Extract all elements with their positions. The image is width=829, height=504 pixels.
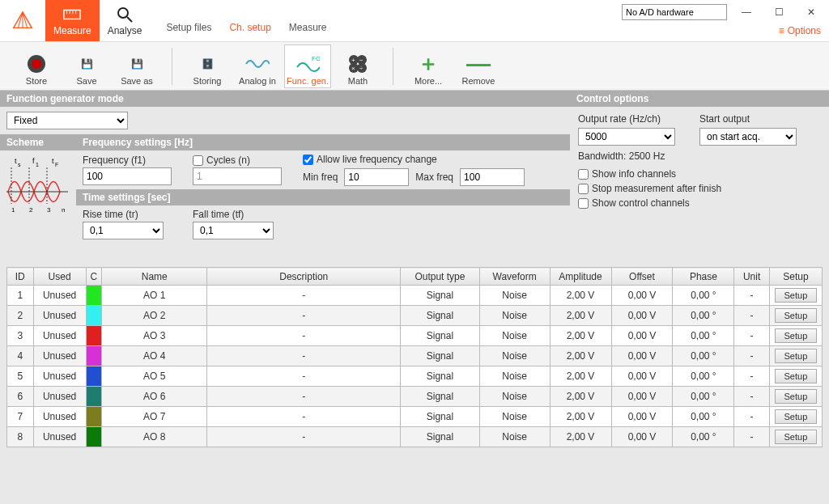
- cell-color[interactable]: [86, 387, 102, 407]
- cell-out[interactable]: Signal: [401, 306, 480, 326]
- cell-wave[interactable]: Noise: [479, 286, 550, 306]
- store-button[interactable]: Store: [13, 44, 60, 88]
- table-row[interactable]: 4UnusedAO 4-SignalNoise2,00 V0,00 V0,00 …: [7, 346, 823, 366]
- cell-desc[interactable]: -: [207, 407, 401, 427]
- setup-button[interactable]: Setup: [775, 328, 817, 343]
- cell-amp[interactable]: 2,00 V: [550, 407, 611, 427]
- cell-ph[interactable]: 0,00 °: [673, 326, 734, 346]
- cell-color[interactable]: [86, 346, 102, 366]
- table-row[interactable]: 7UnusedAO 7-SignalNoise2,00 V0,00 V0,00 …: [7, 407, 823, 427]
- cell-desc[interactable]: -: [207, 286, 401, 306]
- cell-amp[interactable]: 2,00 V: [550, 387, 611, 407]
- cell-used[interactable]: Unused: [33, 387, 86, 407]
- th-c[interactable]: C: [86, 268, 102, 286]
- cell-desc[interactable]: -: [207, 306, 401, 326]
- remove-button[interactable]: —Remove: [455, 44, 502, 88]
- cell-name[interactable]: AO 1: [102, 286, 207, 306]
- cell-unit[interactable]: -: [734, 306, 769, 326]
- th-unit[interactable]: Unit: [734, 268, 769, 286]
- cell-used[interactable]: Unused: [33, 306, 86, 326]
- table-row[interactable]: 2UnusedAO 2-SignalNoise2,00 V0,00 V0,00 …: [7, 306, 823, 326]
- setup-button[interactable]: Setup: [775, 409, 817, 424]
- cell-ph[interactable]: 0,00 °: [673, 306, 734, 326]
- cell-unit[interactable]: -: [734, 427, 769, 447]
- rate-select[interactable]: 5000: [578, 128, 675, 146]
- save-button[interactable]: 💾Save: [63, 44, 110, 88]
- cell-off[interactable]: 0,00 V: [611, 326, 673, 346]
- th-off[interactable]: Offset: [611, 268, 673, 286]
- setup-button[interactable]: Setup: [775, 389, 817, 404]
- setup-button[interactable]: Setup: [775, 308, 817, 323]
- setup-button[interactable]: Setup: [775, 288, 817, 303]
- saveas-button[interactable]: 💾Save as: [113, 44, 160, 88]
- cell-unit[interactable]: -: [734, 346, 769, 366]
- cell-off[interactable]: 0,00 V: [611, 407, 673, 427]
- cell-out[interactable]: Signal: [401, 427, 480, 447]
- cell-off[interactable]: 0,00 V: [611, 427, 673, 447]
- setup-button[interactable]: Setup: [775, 369, 817, 383]
- funcgen-button[interactable]: FGFunc. gen.: [284, 44, 331, 88]
- cell-out[interactable]: Signal: [401, 387, 480, 407]
- rise-select[interactable]: 0,1: [83, 222, 164, 239]
- cell-amp[interactable]: 2,00 V: [550, 427, 611, 447]
- tab-measure[interactable]: Measure: [287, 19, 329, 36]
- ribbon-measure[interactable]: Measure: [45, 0, 100, 41]
- cell-name[interactable]: AO 2: [102, 306, 207, 326]
- cell-desc[interactable]: -: [207, 366, 401, 387]
- show-ctrl-check[interactable]: Show control channels: [578, 197, 821, 209]
- cell-unit[interactable]: -: [734, 407, 769, 427]
- show-info-check[interactable]: Show info channels: [578, 168, 821, 180]
- cell-name[interactable]: AO 7: [102, 407, 207, 427]
- table-row[interactable]: 3UnusedAO 3-SignalNoise2,00 V0,00 V0,00 …: [7, 326, 823, 346]
- table-row[interactable]: 1UnusedAO 1-SignalNoise2,00 V0,00 V0,00 …: [7, 286, 823, 306]
- min-input[interactable]: [344, 168, 409, 186]
- setup-button[interactable]: Setup: [775, 430, 817, 444]
- cell-color[interactable]: [86, 306, 102, 326]
- cell-ph[interactable]: 0,00 °: [673, 286, 734, 306]
- cell-name[interactable]: AO 5: [102, 366, 207, 387]
- storing-button[interactable]: 🗄️Storing: [184, 44, 231, 88]
- fall-select[interactable]: 0,1: [193, 222, 274, 239]
- cell-used[interactable]: Unused: [33, 427, 86, 447]
- th-wave[interactable]: Waveform: [479, 268, 550, 286]
- cell-amp[interactable]: 2,00 V: [550, 366, 611, 387]
- cell-wave[interactable]: Noise: [479, 407, 550, 427]
- th-used[interactable]: Used: [33, 268, 86, 286]
- cell-used[interactable]: Unused: [33, 346, 86, 366]
- cell-off[interactable]: 0,00 V: [611, 346, 673, 366]
- cell-color[interactable]: [86, 427, 102, 447]
- cell-off[interactable]: 0,00 V: [611, 366, 673, 387]
- stop-after-check[interactable]: Stop measurement after finish: [578, 183, 821, 194]
- tab-setup-files[interactable]: Setup files: [164, 19, 213, 36]
- cell-desc[interactable]: -: [207, 346, 401, 366]
- cell-out[interactable]: Signal: [401, 346, 480, 366]
- setup-button[interactable]: Setup: [775, 349, 817, 363]
- options-link[interactable]: ≡ Options: [779, 25, 821, 36]
- max-input[interactable]: [460, 168, 525, 186]
- cell-ph[interactable]: 0,00 °: [673, 346, 734, 366]
- th-ph[interactable]: Phase: [673, 268, 734, 286]
- cell-desc[interactable]: -: [207, 427, 401, 447]
- th-setup[interactable]: Setup: [769, 268, 822, 286]
- start-select[interactable]: on start acq.: [699, 128, 797, 146]
- cell-ph[interactable]: 0,00 °: [673, 407, 734, 427]
- table-row[interactable]: 6UnusedAO 6-SignalNoise2,00 V0,00 V0,00 …: [7, 387, 823, 407]
- th-name[interactable]: Name: [102, 268, 207, 286]
- cell-name[interactable]: AO 3: [102, 326, 207, 346]
- th-desc[interactable]: Description: [207, 268, 401, 286]
- cell-out[interactable]: Signal: [401, 286, 480, 306]
- cell-amp[interactable]: 2,00 V: [550, 326, 611, 346]
- allow-live-check[interactable]: Allow live frequency change: [303, 154, 563, 165]
- cell-out[interactable]: Signal: [401, 407, 480, 427]
- cell-amp[interactable]: 2,00 V: [550, 306, 611, 326]
- table-row[interactable]: 5UnusedAO 5-SignalNoise2,00 V0,00 V0,00 …: [7, 366, 823, 387]
- math-button[interactable]: +−×÷Math: [334, 44, 381, 88]
- cell-ph[interactable]: 0,00 °: [673, 366, 734, 387]
- more-button[interactable]: ＋More...: [405, 44, 452, 88]
- th-out[interactable]: Output type: [401, 268, 480, 286]
- cell-wave[interactable]: Noise: [479, 366, 550, 387]
- cell-unit[interactable]: -: [734, 286, 769, 306]
- cell-off[interactable]: 0,00 V: [611, 286, 673, 306]
- th-amp[interactable]: Amplitude: [550, 268, 611, 286]
- cell-color[interactable]: [86, 366, 102, 387]
